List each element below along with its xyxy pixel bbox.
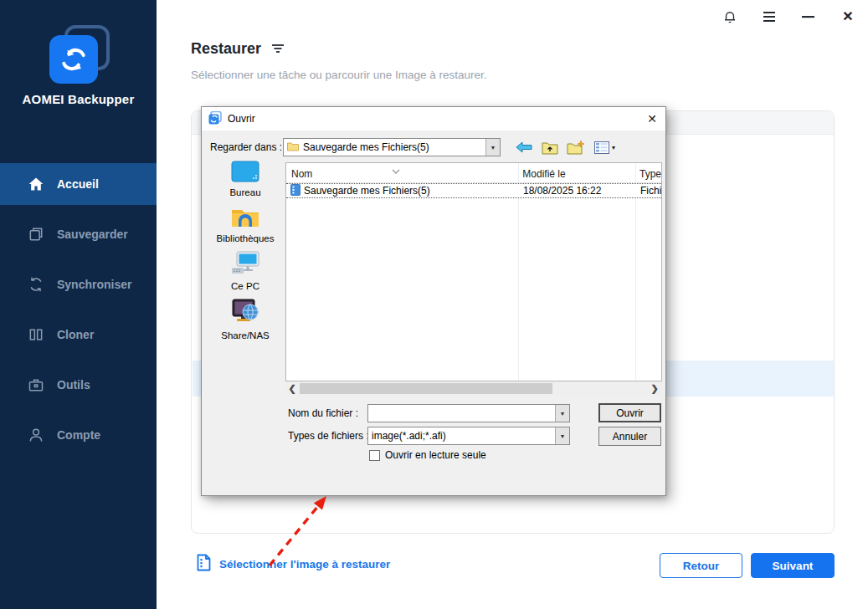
file-name-label: Nom du fichier : — [288, 407, 358, 419]
file-type-dropdown-arrow[interactable]: ▼ — [555, 427, 569, 444]
sidebar-item-outils[interactable]: Outils — [0, 364, 157, 406]
sidebar-item-label: Compte — [57, 428, 100, 442]
sidebar: AOMEI Backupper Accueil Sauvegarder Sync… — [0, 0, 157, 609]
folder-icon — [287, 141, 299, 154]
scrollbar-thumb[interactable] — [300, 383, 552, 394]
look-in-dropdown-arrow[interactable]: ▼ — [485, 139, 500, 156]
account-icon — [27, 426, 45, 444]
notification-bell-icon[interactable] — [721, 8, 739, 26]
window-controls: ✕ — [721, 8, 857, 26]
page-subtitle: Sélectionner une tâche ou parcourir une … — [191, 69, 486, 81]
back-arrow-icon[interactable] — [515, 139, 533, 156]
file-name-combobox[interactable]: ▼ — [367, 404, 570, 422]
look-in-value: Sauvegarde mes Fichiers(5) — [303, 141, 429, 153]
backup-file-icon — [290, 184, 300, 198]
aomei-mini-icon — [208, 111, 222, 127]
sidebar-item-label: Synchroniser — [57, 278, 131, 291]
place-label: Bibliothèques — [216, 233, 274, 243]
place-label: Share/NAS — [221, 330, 270, 340]
place-bibliotheques[interactable]: Bibliothèques — [216, 205, 274, 243]
next-button[interactable]: Suivant — [751, 553, 835, 578]
readonly-checkbox-label: Ouvrir en lecture seule — [385, 449, 486, 461]
sidebar-item-synchroniser[interactable]: Synchroniser — [0, 264, 157, 305]
scroll-right-icon[interactable]: ❯ — [648, 383, 661, 394]
filter-icon[interactable] — [271, 42, 285, 57]
sync-icon — [27, 275, 45, 294]
sidebar-item-label: Sauvegarder — [57, 228, 128, 241]
page-title: Restaurer — [191, 40, 261, 58]
dialog-places-bar: Bureau Bibliothèques — [208, 161, 282, 340]
clone-icon — [27, 325, 45, 344]
column-header-type[interactable]: Type — [634, 168, 661, 182]
dialog-open-button[interactable]: Ouvrir — [598, 403, 661, 422]
up-one-level-icon[interactable] — [541, 139, 559, 156]
libraries-icon — [230, 205, 260, 231]
sidebar-item-cloner[interactable]: Cloner — [0, 314, 157, 356]
minimize-icon[interactable] — [799, 8, 818, 26]
aomei-backupper-window: AOMEI Backupper Accueil Sauvegarder Sync… — [0, 0, 868, 609]
view-menu-icon[interactable]: ▼ — [593, 139, 618, 156]
sidebar-item-label: Cloner — [57, 328, 94, 341]
select-image-link-label: Sélectionner l'image à restaurer — [219, 558, 390, 571]
menu-icon[interactable] — [760, 8, 778, 26]
column-header-modifie[interactable]: Modifié le — [517, 168, 634, 182]
place-share-nas[interactable]: Share/NAS — [221, 299, 270, 340]
place-bureau[interactable]: Bureau — [229, 161, 260, 197]
dialog-title: Ouvrir — [228, 113, 255, 125]
look-in-combobox[interactable]: Sauvegarde mes Fichiers(5) ▼ — [283, 138, 501, 156]
look-in-label: Regarder dans : — [210, 141, 282, 153]
file-list-row[interactable]: Sauvegarde mes Fichiers(5) 18/08/2025 16… — [286, 183, 661, 198]
desktop-icon — [231, 161, 259, 185]
aomei-logo-icon — [46, 25, 111, 85]
dialog-cancel-button[interactable]: Annuler — [598, 427, 661, 446]
sidebar-item-accueil[interactable]: Accueil — [0, 163, 157, 205]
new-folder-icon[interactable] — [567, 139, 585, 156]
app-name: AOMEI Backupper — [23, 92, 135, 106]
file-type-label: Types de fichiers : — [288, 430, 369, 442]
tools-icon — [27, 376, 45, 394]
back-button[interactable]: Retour — [660, 553, 742, 578]
sidebar-item-label: Outils — [57, 378, 90, 392]
sidebar-item-label: Accueil — [57, 177, 99, 191]
file-type: Fichier — [635, 185, 661, 197]
app-logo: AOMEI Backupper — [0, 25, 157, 106]
file-name-dropdown-arrow[interactable]: ▼ — [555, 405, 569, 422]
home-icon — [27, 175, 45, 193]
file-modified: 18/08/2025 16:22 — [518, 185, 635, 197]
file-name-input[interactable] — [368, 405, 555, 422]
place-ce-pc[interactable]: Ce PC — [230, 251, 260, 291]
image-file-icon — [197, 554, 211, 575]
place-label: Bureau — [229, 187, 260, 197]
readonly-checkbox-row[interactable]: Ouvrir en lecture seule — [369, 449, 486, 461]
select-image-link[interactable]: Sélectionner l'image à restaurer — [197, 554, 390, 575]
dialog-titlebar[interactable]: Ouvrir ✕ — [202, 107, 665, 130]
dialog-close-icon[interactable]: ✕ — [647, 113, 657, 125]
file-name: Sauvegarde mes Fichiers(5) — [304, 185, 430, 197]
share-nas-icon — [230, 299, 260, 328]
readonly-checkbox[interactable] — [369, 450, 380, 461]
place-label: Ce PC — [231, 281, 259, 291]
file-list: Nom Modifié le Type Sauvegarde mes Fichi… — [285, 162, 662, 381]
close-icon[interactable]: ✕ — [839, 8, 857, 26]
page-header: Restaurer Sélectionner une tâche ou parc… — [191, 40, 486, 81]
file-type-value: image(*.adi;*.afi) — [368, 430, 555, 442]
file-list-header: Nom Modifié le Type — [286, 163, 661, 183]
backup-icon — [27, 225, 45, 243]
scroll-left-icon[interactable]: ❮ — [285, 383, 299, 394]
column-header-nom[interactable]: Nom — [286, 168, 517, 182]
sidebar-item-compte[interactable]: Compte — [0, 414, 157, 456]
dialog-toolbar: ▼ — [515, 139, 618, 156]
file-type-combobox[interactable]: image(*.adi;*.afi) ▼ — [367, 427, 570, 445]
horizontal-scrollbar[interactable]: ❮ ❯ — [285, 381, 662, 396]
sidebar-item-sauvegarder[interactable]: Sauvegarder — [0, 213, 157, 255]
open-file-dialog: Ouvrir ✕ Regarder dans : Sauvegarde mes … — [201, 106, 666, 496]
this-pc-icon — [230, 251, 260, 279]
